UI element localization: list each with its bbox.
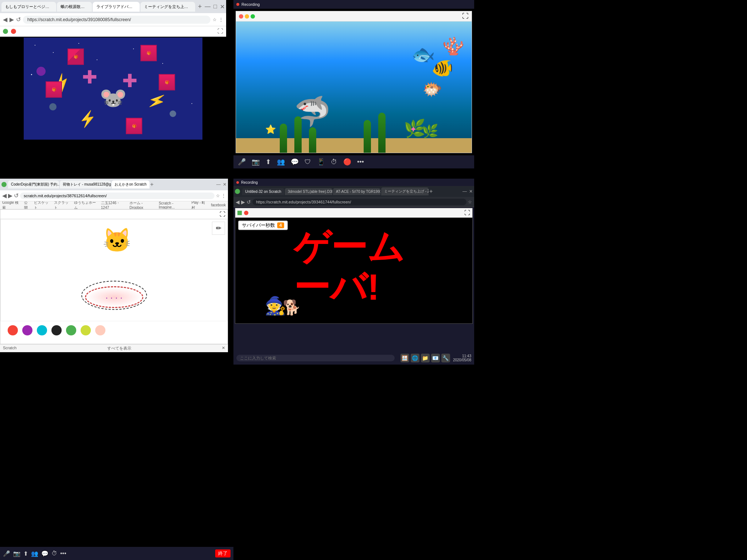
- bl-tab-2[interactable]: 荷物トレイ - musa981128@g...: [60, 180, 111, 188]
- red-dot-tl[interactable]: [11, 29, 16, 34]
- record-icon-bl[interactable]: ⏱: [51, 550, 57, 557]
- back-button[interactable]: ◀: [3, 16, 7, 23]
- chat-icon-bl[interactable]: 💬: [41, 550, 49, 557]
- bookmark-play[interactable]: Play - 町村: [191, 201, 208, 209]
- close-btn[interactable]: [239, 14, 243, 19]
- bookmark-google[interactable]: Google 検索: [2, 201, 21, 209]
- more-icon-bl[interactable]: •••: [60, 550, 66, 557]
- planet-grey: [49, 103, 57, 110]
- end-icon[interactable]: 🔴: [343, 158, 351, 166]
- bookmark-dropbox[interactable]: ホーム - Dropbox: [129, 201, 156, 209]
- pencil-tool-icon[interactable]: ✏: [212, 222, 225, 235]
- color-red[interactable]: [8, 325, 18, 335]
- chat-icon[interactable]: 💬: [291, 158, 299, 166]
- fullscreen-bl[interactable]: ⛶: [220, 211, 225, 218]
- tab-4[interactable]: ミーティングを立ち上げ - Zoo: [140, 2, 195, 12]
- fullscreen-button-tl[interactable]: ⛶: [217, 28, 223, 35]
- bl-tab-1[interactable]: CoderDojo産門(東部国) 予約...: [8, 180, 59, 188]
- bookmark-scratch[interactable]: スクラット: [54, 201, 71, 209]
- participants-icon[interactable]: 👥: [277, 158, 285, 166]
- recording-dot-br: [236, 181, 239, 184]
- color-yellow-green[interactable]: [81, 325, 91, 335]
- green-flag-tl[interactable]: [3, 29, 8, 34]
- bookmark-246[interactable]: 二玉1246・1247: [101, 201, 127, 209]
- end-meeting-btn[interactable]: 終了: [215, 549, 231, 557]
- minimize-br[interactable]: —: [462, 189, 467, 194]
- participants-icon-bl[interactable]: 👥: [31, 550, 38, 557]
- maximize-button[interactable]: □: [213, 3, 217, 10]
- react-icon[interactable]: 🛡: [305, 158, 311, 166]
- minimize-button[interactable]: —: [205, 3, 210, 10]
- max-btn[interactable]: [251, 14, 255, 19]
- scratch-header-tl: ⛶: [0, 26, 226, 36]
- camera-icon-bl[interactable]: 📷: [13, 550, 20, 557]
- color-peach[interactable]: [95, 325, 105, 335]
- space-game-canvas[interactable]: ⚡ ⚡ ⚡ 🎁 🎁 🎁 🎁 🎁 🐭 ✚ ✚: [24, 38, 202, 140]
- close-scratch-btn[interactable]: ✕: [222, 346, 225, 351]
- mic-icon[interactable]: 🎤: [238, 158, 246, 166]
- fullscreen-br[interactable]: ⛶: [464, 210, 470, 216]
- br-tab-2[interactable]: 3dmodel STL(able free).D3B: [285, 188, 332, 195]
- color-green[interactable]: [66, 325, 76, 335]
- min-btn[interactable]: [245, 14, 249, 19]
- mic-icon-bl[interactable]: 🎤: [3, 550, 10, 557]
- game-canvas-br[interactable]: サバイバー秒数 4 ゲーム ーバ! 🧙 🐕: [235, 218, 472, 323]
- tab-3-active[interactable]: ライブラリアドバンス: [93, 2, 140, 12]
- present-1: 🎁: [67, 48, 84, 65]
- bl-tab-3-active[interactable]: おえかきon Scratch: [112, 180, 150, 188]
- minimize-bl[interactable]: —: [216, 182, 221, 187]
- address-input-br[interactable]: [252, 199, 467, 205]
- reload-bl[interactable]: ↺: [14, 192, 19, 199]
- bookmark-public[interactable]: 公開: [24, 201, 31, 209]
- fwd-bl[interactable]: ▶: [8, 192, 12, 199]
- taskbar-icon-1[interactable]: 🪟: [400, 354, 409, 362]
- br-tab-3[interactable]: AT-ACE - 5//70 by TGR1991: [333, 188, 380, 195]
- close-br[interactable]: ✕: [469, 189, 473, 194]
- forward-button[interactable]: ▶: [9, 16, 14, 23]
- scratch-drawing-window: ⛶ ✏ 🐱 · · · ·: [0, 209, 228, 344]
- reload-br[interactable]: ↺: [247, 199, 251, 205]
- record-icon[interactable]: ⏱: [331, 158, 337, 166]
- address-input-tl[interactable]: [23, 16, 210, 24]
- address-input-bl[interactable]: [20, 192, 214, 199]
- bookmark-scratch2[interactable]: Scratch - Imagine...: [159, 201, 189, 209]
- apps-icon[interactable]: 📱: [317, 158, 325, 166]
- ocean-canvas[interactable]: 🌿 🌿 🪸 🐟 🐠 🐡 🦈 ⭐ ✦: [236, 22, 472, 153]
- tab-1[interactable]: もしもブロリーとベジータがとか: [1, 2, 56, 12]
- share-icon-bl[interactable]: ⬆: [23, 550, 28, 557]
- color-cyan[interactable]: [37, 325, 47, 335]
- share-icon[interactable]: ⬆: [266, 158, 271, 166]
- color-black[interactable]: [51, 325, 62, 335]
- bookmark-yucho[interactable]: ゆうちょホーム: [74, 201, 98, 209]
- green-flag-br[interactable]: [237, 211, 242, 215]
- top-right-quadrant: Recording ⛶ 🌿: [233, 0, 474, 179]
- back-br[interactable]: ◀: [236, 199, 240, 205]
- bookmark-viscuit[interactable]: ビスケット: [34, 201, 51, 209]
- show-all-label[interactable]: すべてを表示: [107, 346, 131, 351]
- red-dot-br-2[interactable]: [244, 211, 248, 215]
- tab-2[interactable]: 蛾の根源散歩ご: [57, 2, 92, 12]
- close-button[interactable]: ✕: [220, 3, 225, 10]
- taskbar-icon-3[interactable]: 📁: [421, 354, 430, 362]
- br-tab-4[interactable]: ミーティングを立ち上げ - Zoo: [381, 187, 429, 195]
- fullscreen-tr[interactable]: ⛶: [462, 12, 469, 20]
- back-bl[interactable]: ◀: [2, 192, 7, 199]
- add-tab-button[interactable]: +: [196, 3, 204, 11]
- taskbar-icon-5[interactable]: 🔧: [441, 354, 450, 362]
- taskbar-search[interactable]: [236, 355, 395, 361]
- add-tab-bl[interactable]: +: [150, 181, 154, 188]
- br-tab-1[interactable]: Untitled-32 on Scratch: [242, 188, 284, 195]
- reload-button[interactable]: ↺: [16, 16, 21, 23]
- add-tab-br[interactable]: +: [429, 188, 433, 195]
- taskbar-icon-2[interactable]: 🌐: [411, 354, 419, 362]
- drawing-canvas[interactable]: ✏ 🐱 · · · ·: [0, 219, 228, 321]
- bookmark-fb[interactable]: facebook: [211, 203, 226, 207]
- fwd-br[interactable]: ▶: [241, 199, 245, 205]
- zoom-toolbar-bottom-left: 🎤 📷 ⬆ 👥 💬 ⏱ ••• 終了: [0, 547, 233, 560]
- color-purple[interactable]: [22, 325, 32, 335]
- more-toolbar-icon[interactable]: •••: [357, 158, 364, 166]
- star-7: [31, 74, 32, 75]
- taskbar-icon-4[interactable]: 📧: [431, 354, 440, 362]
- camera-icon[interactable]: 📷: [252, 158, 260, 166]
- close-bl[interactable]: ✕: [223, 182, 227, 187]
